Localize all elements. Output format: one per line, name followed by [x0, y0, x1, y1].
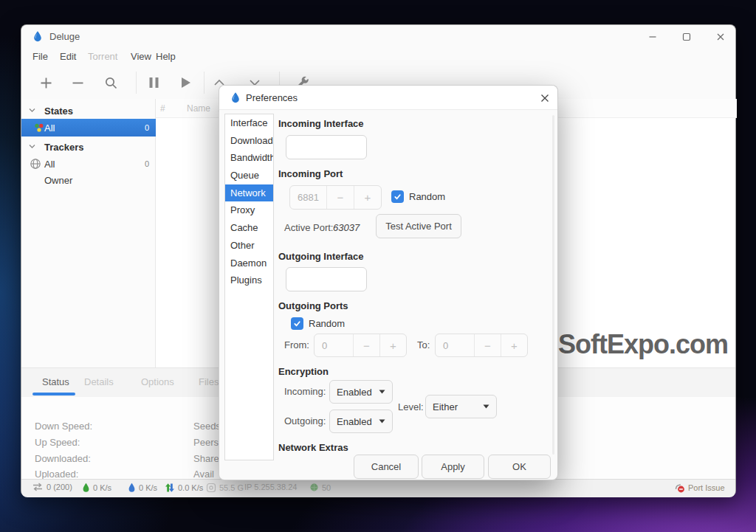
menu-view[interactable]: View [131, 51, 151, 62]
cancel-button[interactable]: Cancel [354, 455, 419, 479]
active-tab-indicator [32, 393, 75, 395]
spin-increment-button[interactable]: + [501, 334, 527, 356]
category-plugins[interactable]: Plugins [225, 272, 273, 289]
tab-files[interactable]: Files [199, 376, 219, 387]
sidebar-item-label: All [44, 122, 55, 134]
from-port-value[interactable]: 0 [315, 334, 353, 356]
outgoing-random-checkbox[interactable] [291, 317, 303, 330]
ok-button[interactable]: OK [488, 455, 551, 479]
sidebar-item-owner[interactable]: Owner [21, 172, 156, 188]
incoming-random-checkbox[interactable] [391, 190, 404, 203]
to-port-value[interactable]: 0 [436, 334, 474, 356]
category-downloads[interactable]: Downloads [225, 132, 273, 150]
category-interface[interactable]: Interface [225, 114, 273, 132]
dht-status[interactable]: 50 [309, 483, 331, 492]
resume-torrent-button[interactable] [177, 74, 193, 91]
preferences-titlebar[interactable]: Preferences [219, 86, 557, 110]
dht-nodes-value: 50 [322, 483, 331, 492]
menu-file[interactable]: File [32, 51, 48, 62]
peers-label: Peers: [193, 437, 221, 448]
category-bandwidth[interactable]: Bandwidth [225, 149, 273, 167]
sidebar-item-states-all[interactable]: All 0 [21, 119, 156, 137]
outgoing-interface-input[interactable] [286, 267, 367, 291]
deluge-logo-icon [230, 91, 241, 103]
incoming-port-label: Incoming Port [278, 168, 343, 179]
download-speed-status[interactable]: 0 K/s [82, 483, 111, 493]
dialog-title: Preferences [246, 92, 298, 103]
toolbar-separator [204, 72, 205, 94]
count-badge: 0 [145, 159, 149, 168]
test-active-port-button[interactable]: Test Active Port [376, 214, 461, 238]
network-extras-label: Network Extras [278, 442, 348, 453]
upload-speed-status[interactable]: 0 K/s [128, 483, 157, 493]
incoming-random-label: Random [409, 191, 445, 202]
dialog-close-button[interactable] [535, 89, 554, 107]
menu-help[interactable]: Help [156, 51, 176, 62]
port-issue-status[interactable]: Port Issue [674, 483, 725, 493]
add-torrent-button[interactable] [38, 74, 54, 91]
preferences-dialog: Preferences Interface Downloads Bandwidt… [219, 85, 558, 480]
category-queue[interactable]: Queue [225, 167, 273, 184]
enc-incoming-value: Enabled [337, 387, 372, 398]
states-header-label: States [44, 106, 73, 117]
enc-level-label: Level: [398, 401, 424, 412]
traffic-arrows-icon [165, 483, 175, 493]
sidebar-item-trackers-all[interactable]: All 0 [21, 156, 156, 172]
enc-incoming-dropdown[interactable]: Enabled [329, 380, 393, 404]
to-port-spinner: 0 − + [435, 334, 528, 357]
sidebar-item-label: Owner [44, 175, 72, 186]
count-badge: 0 [145, 123, 149, 132]
spin-decrement-button[interactable]: − [474, 334, 501, 356]
tab-status[interactable]: Status [42, 376, 69, 387]
remove-torrent-button[interactable] [69, 74, 86, 91]
enc-outgoing-value: Enabled [337, 416, 372, 427]
chevron-down-icon [379, 390, 385, 394]
outgoing-random-label: Random [309, 318, 345, 329]
enc-level-dropdown[interactable]: Either [425, 395, 497, 418]
close-button[interactable] [709, 29, 732, 45]
spin-increment-button[interactable]: + [354, 186, 381, 209]
category-proxy[interactable]: Proxy [225, 201, 273, 219]
category-daemon[interactable]: Daemon [225, 255, 273, 272]
enc-outgoing-dropdown[interactable]: Enabled [329, 410, 393, 433]
spin-decrement-button[interactable]: − [353, 334, 379, 356]
column-number[interactable]: # [160, 103, 165, 114]
category-cache[interactable]: Cache [225, 219, 273, 237]
protocol-traffic-status[interactable]: 0.0 K/s [165, 483, 203, 493]
to-label: To: [417, 339, 430, 350]
category-network[interactable]: Network [225, 184, 273, 202]
incoming-port-value[interactable]: 6881 [290, 186, 326, 209]
states-group-header[interactable]: States [21, 102, 156, 120]
dialog-scrollbar[interactable] [552, 115, 554, 455]
spin-decrement-button[interactable]: − [326, 186, 354, 209]
window-title: Deluge [49, 31, 80, 42]
apply-button[interactable]: Apply [422, 455, 484, 479]
free-space-status[interactable]: 55.5 G [206, 483, 244, 493]
chevron-down-icon [379, 419, 385, 424]
port-issue-label: Port Issue [688, 483, 725, 492]
menu-torrent[interactable]: Torrent [88, 51, 117, 62]
search-icon[interactable] [103, 74, 119, 91]
column-name[interactable]: Name [187, 103, 210, 114]
upload-drop-icon [128, 483, 136, 493]
dht-icon [309, 483, 319, 492]
menu-edit[interactable]: Edit [60, 51, 76, 62]
tab-options[interactable]: Options [141, 376, 174, 387]
pause-torrent-button[interactable] [145, 74, 162, 91]
incoming-interface-input[interactable] [286, 135, 367, 159]
connections-status[interactable]: 0 (200) [32, 483, 72, 491]
category-other[interactable]: Other [225, 237, 273, 255]
spin-increment-button[interactable]: + [379, 334, 406, 356]
minimize-button[interactable] [642, 29, 664, 45]
port-issue-icon [674, 483, 685, 493]
preferences-category-list: Interface Downloads Bandwidth Queue Netw… [224, 114, 274, 460]
watermark: SoftExpo.com [558, 329, 728, 360]
trackers-group-header[interactable]: Trackers [21, 138, 156, 156]
deluge-logo-icon [32, 30, 44, 42]
window-titlebar[interactable]: Deluge [21, 25, 735, 47]
protocol-traffic-value: 0.0 K/s [178, 483, 203, 492]
maximize-button[interactable] [676, 29, 698, 45]
tab-details[interactable]: Details [84, 376, 114, 387]
globe-icon [30, 158, 41, 170]
disk-icon [206, 483, 216, 493]
